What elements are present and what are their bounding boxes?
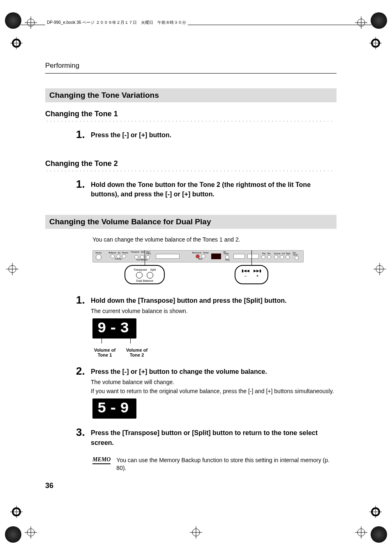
lcd-readout: 5-9 — [92, 398, 136, 419]
lcd-example-1: 9-3 Volume of Tone 1 Volume of Tone 2 — [92, 318, 337, 357]
lcd-example-2: 5-9 — [92, 398, 337, 419]
prev-icon: ▮◀◀ — [242, 269, 249, 273]
step-number: 2. — [76, 366, 91, 376]
callout-minus-plus: ▮◀◀ ▶▶▮ – + — [235, 265, 268, 284]
panel-label-beat: Beat — [198, 258, 202, 260]
crop-gear-icon — [371, 12, 387, 29]
callout-label-bottom: Dual Balance — [129, 279, 160, 283]
callout-transpose-split: Transpose Split Dual Balance — [125, 265, 165, 284]
crop-gear-icon — [5, 12, 21, 29]
button-icon — [261, 255, 265, 259]
dotted-rule — [45, 170, 333, 172]
registration-target-icon — [25, 16, 37, 29]
button-icon — [280, 255, 284, 259]
memo-icon: MEMO — [92, 456, 111, 464]
step-desc: The current volume balance is shown. — [91, 308, 337, 314]
button-icon — [295, 256, 299, 260]
step-row: 3. Press the [Transpose] button or [Spli… — [76, 427, 337, 447]
panel-label-dualbalance: Dual Balance — [136, 259, 148, 261]
crop-gear-icon — [371, 526, 387, 543]
tone-buttons-icon — [156, 254, 180, 259]
step-number: 1. — [76, 295, 91, 305]
section-heading-volume-balance: Changing the Volume Balance for Dual Pla… — [45, 215, 337, 229]
memo-text: You can use the Memory Backup function t… — [116, 456, 337, 472]
button-icon — [111, 254, 115, 258]
step-lead: Hold down the Tone button for the Tone 2… — [91, 180, 337, 199]
step-number: 1. — [76, 179, 91, 189]
section-heading-tone-variations: Changing the Tone Variations — [45, 88, 337, 102]
lcd-readout: 9-3 — [92, 318, 136, 339]
panel-label-transpose: Transpose — [131, 251, 139, 255]
registration-target-icon — [10, 506, 23, 518]
panel-label-song: Song — [225, 259, 230, 261]
subheading-tone1: Changing the Tone 1 — [45, 110, 337, 118]
step-lead: Press the [-] or [+] button. — [91, 130, 337, 140]
registration-target-icon — [6, 263, 18, 275]
page: DP-990_e.book 36 ページ ２００９年２月１７日 火曜日 午前８時… — [0, 0, 392, 555]
dotted-rule — [45, 120, 333, 122]
step-desc: The volume balance will change. — [91, 379, 337, 385]
step-row: 1. Hold down the Tone button for the Ton… — [76, 179, 337, 199]
step-row: 2. Press the [-] or [+] button to change… — [76, 366, 337, 394]
next-icon: ▶▶▮ — [254, 269, 261, 273]
content: Performing Changing the Tone Variations … — [45, 62, 337, 472]
volume-knob-icon — [96, 254, 101, 260]
front-panel-illustration: Volume Brilliance EQ Reverb Funct — [92, 250, 337, 284]
button-icon — [267, 255, 271, 259]
registration-target-icon — [369, 37, 382, 49]
running-head: Performing — [45, 62, 337, 74]
step-row: 1. Press the [-] or [+] button. — [76, 129, 337, 140]
panel-label-keytouch: Key Touch — [293, 252, 301, 256]
registration-target-icon — [355, 526, 367, 539]
volume-tone1-label: Volume of Tone 1 — [92, 348, 117, 357]
button-icon — [286, 255, 290, 259]
step-lead: Press the [-] or [+] button to change th… — [91, 367, 337, 376]
button-icon — [274, 255, 278, 259]
panel-label-split: Split — [141, 251, 145, 255]
panel-label-twinpiano: Twin Piano — [146, 251, 154, 255]
page-number: 36 — [45, 481, 53, 490]
volume-tone2-label: Volume of Tone 2 — [125, 348, 149, 357]
step-number: 1. — [76, 129, 91, 140]
transport-buttons-icon — [233, 254, 245, 259]
step-desc: If you want to return to the original vo… — [91, 388, 337, 394]
transport-buttons-icon — [247, 254, 259, 259]
step-lead: Hold down the [Transpose] button and pre… — [91, 296, 337, 305]
crop-gear-icon — [5, 526, 21, 543]
subheading-tone2: Changing the Tone 2 — [45, 159, 337, 168]
registration-target-icon — [190, 526, 202, 539]
registration-target-icon — [10, 37, 23, 49]
registration-target-icon — [369, 506, 382, 518]
minus-label: – — [244, 274, 247, 278]
panel-label-function: Function — [115, 258, 122, 260]
step-row: 1. Hold down the [Transpose] button and … — [76, 295, 337, 314]
button-icon — [122, 254, 126, 258]
registration-target-icon — [374, 263, 386, 275]
callout-label-top: Transpose Split — [129, 268, 160, 272]
header-strip: DP-990_e.book 36 ページ ２００９年２月１７日 火曜日 午前８時… — [45, 20, 188, 25]
registration-target-icon — [355, 16, 367, 29]
plus-label: + — [256, 274, 259, 278]
step-lead: Press the [Transpose] button or [Split] … — [91, 428, 337, 447]
registration-target-icon — [25, 526, 37, 539]
panel-label-mysongs: My Songs — [224, 251, 231, 255]
intro-paragraph: You can change the volume balance of the… — [92, 236, 337, 243]
step-number: 3. — [76, 427, 91, 438]
display-icon — [211, 253, 221, 259]
memo-block: MEMO You can use the Memory Backup funct… — [92, 456, 337, 472]
